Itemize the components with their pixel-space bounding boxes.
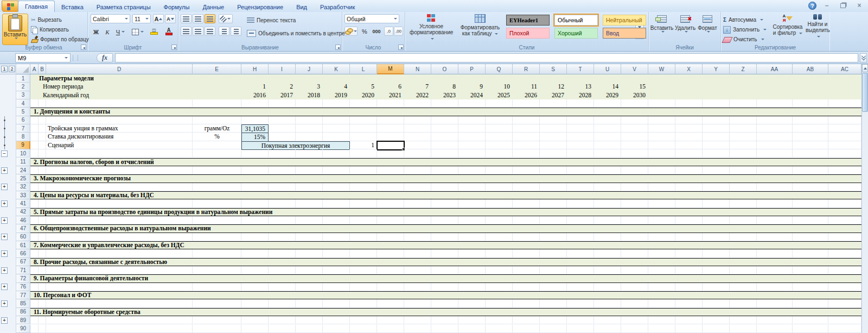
cell-H66[interactable]: [241, 249, 269, 257]
cell-value-r2-S[interactable]: 12: [540, 83, 567, 90]
cell-J32[interactable]: [296, 183, 323, 191]
tab-разметка-страницы[interactable]: Разметка страницы: [90, 2, 157, 12]
cell-K41[interactable]: [323, 199, 350, 208]
cell-AB41[interactable]: [793, 199, 828, 208]
align-right-button[interactable]: [205, 27, 215, 36]
format-cells-button[interactable]: Формат: [697, 15, 718, 33]
cell-Q10[interactable]: [486, 149, 513, 158]
name-box[interactable]: M9: [15, 53, 71, 62]
cell-T71[interactable]: [567, 266, 594, 274]
model-header-band[interactable]: [30, 74, 861, 83]
merge-center-button[interactable]: Объединить и поместить в центре: [247, 29, 352, 38]
cell-value-r3-K[interactable]: 2019: [323, 92, 350, 98]
column-header-Q[interactable]: Q: [486, 64, 513, 74]
cell-S66[interactable]: [540, 249, 567, 257]
cell-AC76[interactable]: [828, 283, 861, 291]
row-header-9[interactable]: 9: [16, 141, 30, 149]
cell-N8[interactable]: [404, 133, 431, 141]
cell-L66[interactable]: [350, 249, 377, 257]
cell-M89[interactable]: [377, 316, 404, 324]
cell-AA85[interactable]: [757, 299, 793, 307]
cell-R9[interactable]: [513, 141, 540, 149]
cell-AA24[interactable]: [757, 166, 793, 174]
cell-P9[interactable]: [458, 141, 486, 149]
shrink-font-button[interactable]: A: [165, 14, 176, 23]
cell-value-r2-K[interactable]: 4: [323, 83, 350, 90]
row-header-24[interactable]: 24: [16, 166, 30, 174]
cell-O24[interactable]: [431, 166, 458, 174]
cell-H89[interactable]: [241, 316, 269, 324]
italic-button[interactable]: К: [102, 27, 113, 36]
office-button[interactable]: [2, 1, 19, 12]
cell-M6[interactable]: [377, 116, 404, 124]
cell-Q90[interactable]: [486, 325, 513, 333]
cell-Q8[interactable]: [486, 133, 513, 141]
cell-Z6[interactable]: [730, 116, 757, 124]
cell-AA60[interactable]: [757, 233, 793, 241]
cell-S6[interactable]: [540, 116, 567, 124]
cell-X66[interactable]: [675, 249, 703, 257]
cell-Q71[interactable]: [486, 266, 513, 274]
cell-V24[interactable]: [621, 166, 648, 174]
cell-L6[interactable]: [350, 116, 377, 124]
cell-AA4[interactable]: [757, 99, 793, 108]
column-header-K[interactable]: K: [323, 64, 350, 74]
cell-W10[interactable]: [648, 149, 675, 158]
orientation-button[interactable]: [219, 14, 233, 23]
cell-S10[interactable]: [540, 149, 567, 158]
cell-U66[interactable]: [594, 249, 621, 257]
cell-T46[interactable]: [567, 216, 594, 224]
cell-AC4[interactable]: [828, 99, 861, 108]
cell-S9[interactable]: [540, 141, 567, 149]
cell-style-1[interactable]: EYHeader1: [506, 15, 550, 26]
cell-U41[interactable]: [594, 199, 621, 208]
cell-N32[interactable]: [404, 183, 431, 191]
cell-J24[interactable]: [296, 166, 323, 174]
align-middle-button[interactable]: [193, 14, 203, 23]
cell-value-r3-R[interactable]: 2026: [513, 92, 540, 98]
cell-N89[interactable]: [404, 316, 431, 324]
cell-Y7[interactable]: [703, 124, 730, 133]
cell-H6[interactable]: [241, 116, 269, 124]
column-header-J[interactable]: J: [296, 64, 323, 74]
cell-Z66[interactable]: [730, 249, 757, 257]
cell-value-r2-U[interactable]: 14: [594, 83, 621, 90]
cell-L60[interactable]: [350, 233, 377, 241]
cell-T41[interactable]: [567, 199, 594, 208]
cell-S76[interactable]: [540, 283, 567, 291]
cell-U60[interactable]: [594, 233, 621, 241]
row-header-6[interactable]: 6: [16, 116, 30, 124]
cell-AB90[interactable]: [793, 325, 828, 333]
cell-S90[interactable]: [540, 325, 567, 333]
section-row-band[interactable]: [30, 308, 861, 316]
cell-D4[interactable]: [46, 99, 193, 108]
cell-value-r3-S[interactable]: 2027: [540, 92, 567, 98]
cell-P41[interactable]: [458, 199, 486, 208]
cell-L24[interactable]: [350, 166, 377, 174]
cell-V76[interactable]: [621, 283, 648, 291]
cell-AC6[interactable]: [828, 116, 861, 124]
cell-U8[interactable]: [594, 133, 621, 141]
cell-R6[interactable]: [513, 116, 540, 124]
cell-X46[interactable]: [675, 216, 703, 224]
cell-J60[interactable]: [296, 233, 323, 241]
cell-P71[interactable]: [458, 266, 486, 274]
cell-AA89[interactable]: [757, 316, 793, 324]
cell-V4[interactable]: [621, 99, 648, 108]
cell-AC71[interactable]: [828, 266, 861, 274]
cell-D90[interactable]: [46, 325, 193, 333]
cell-D60[interactable]: [46, 233, 193, 241]
row-header-61[interactable]: 61: [16, 241, 30, 249]
cell-B85[interactable]: [39, 299, 46, 307]
cell-R76[interactable]: [513, 283, 540, 291]
outline-expand-button[interactable]: +: [1, 184, 8, 190]
cell-N9[interactable]: [404, 141, 431, 149]
tab-рецензирование[interactable]: Рецензирование: [231, 2, 290, 12]
cell-J71[interactable]: [296, 266, 323, 274]
cell-W66[interactable]: [648, 249, 675, 257]
section-row-band[interactable]: [30, 108, 861, 116]
outline-expand-button[interactable]: +: [1, 234, 8, 240]
cell-AA46[interactable]: [757, 216, 793, 224]
cell-Y46[interactable]: [703, 216, 730, 224]
cell-O66[interactable]: [431, 249, 458, 257]
